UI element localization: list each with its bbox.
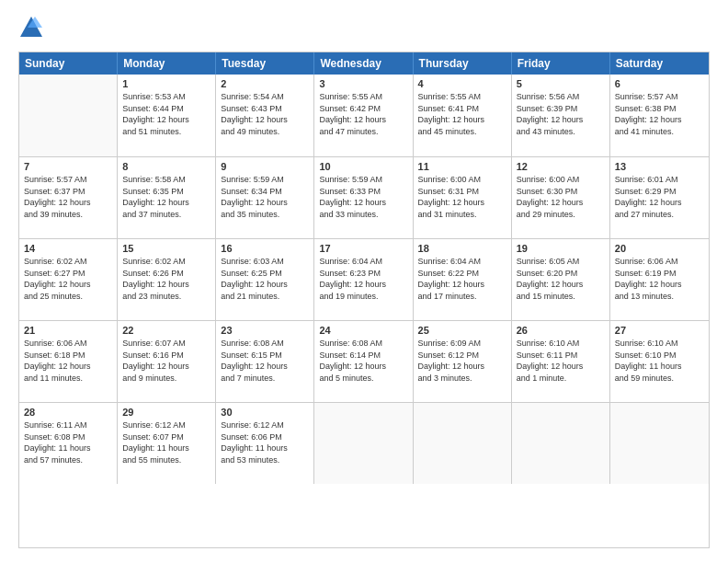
calendar-cell xyxy=(512,403,610,484)
calendar-cell: 4Sunrise: 5:55 AMSunset: 6:41 PMDaylight… xyxy=(414,75,512,156)
cell-info: Sunrise: 6:06 AMSunset: 6:19 PMDaylight:… xyxy=(615,256,704,302)
day-number: 30 xyxy=(221,407,309,418)
calendar-week: 1Sunrise: 5:53 AMSunset: 6:44 PMDaylight… xyxy=(19,75,709,156)
cell-info: Sunrise: 5:59 AMSunset: 6:33 PMDaylight:… xyxy=(319,174,407,220)
cell-info: Sunrise: 6:12 AMSunset: 6:07 PMDaylight:… xyxy=(122,419,210,465)
calendar-cell: 6Sunrise: 5:57 AMSunset: 6:38 PMDaylight… xyxy=(610,75,709,156)
cell-info: Sunrise: 6:10 AMSunset: 6:10 PMDaylight:… xyxy=(615,338,704,384)
cell-info: Sunrise: 6:02 AMSunset: 6:26 PMDaylight:… xyxy=(122,256,210,302)
day-number: 13 xyxy=(615,161,704,172)
calendar-cell: 28Sunrise: 6:11 AMSunset: 6:08 PMDayligh… xyxy=(19,403,118,484)
day-number: 11 xyxy=(418,161,506,172)
day-number: 17 xyxy=(319,243,407,254)
calendar-cell: 25Sunrise: 6:09 AMSunset: 6:12 PMDayligh… xyxy=(414,321,512,402)
header-day: Saturday xyxy=(610,52,709,75)
calendar-cell: 23Sunrise: 6:08 AMSunset: 6:15 PMDayligh… xyxy=(216,321,314,402)
cell-info: Sunrise: 5:57 AMSunset: 6:38 PMDaylight:… xyxy=(615,91,704,137)
calendar-cell: 12Sunrise: 6:00 AMSunset: 6:30 PMDayligh… xyxy=(512,157,610,238)
calendar-cell xyxy=(314,403,413,484)
day-number: 22 xyxy=(122,325,210,336)
calendar: SundayMondayTuesdayWednesdayThursdayFrid… xyxy=(18,52,710,548)
cell-info: Sunrise: 6:00 AMSunset: 6:30 PMDaylight:… xyxy=(517,174,605,220)
calendar-body: 1Sunrise: 5:53 AMSunset: 6:44 PMDaylight… xyxy=(19,75,709,484)
calendar-cell: 15Sunrise: 6:02 AMSunset: 6:26 PMDayligh… xyxy=(118,239,216,320)
calendar-cell: 26Sunrise: 6:10 AMSunset: 6:11 PMDayligh… xyxy=(512,321,610,402)
calendar-cell: 18Sunrise: 6:04 AMSunset: 6:22 PMDayligh… xyxy=(414,239,512,320)
calendar-cell: 5Sunrise: 5:56 AMSunset: 6:39 PMDaylight… xyxy=(512,75,610,156)
day-number: 9 xyxy=(221,161,309,172)
calendar-week: 21Sunrise: 6:06 AMSunset: 6:18 PMDayligh… xyxy=(19,320,709,402)
header-day: Tuesday xyxy=(216,52,314,75)
day-number: 8 xyxy=(122,161,210,172)
header-day: Friday xyxy=(512,52,610,75)
cell-info: Sunrise: 5:55 AMSunset: 6:41 PMDaylight:… xyxy=(418,91,506,137)
day-number: 7 xyxy=(24,161,112,172)
calendar-cell: 9Sunrise: 5:59 AMSunset: 6:34 PMDaylight… xyxy=(216,157,314,238)
day-number: 12 xyxy=(517,161,605,172)
day-number: 15 xyxy=(122,243,210,254)
calendar-cell: 30Sunrise: 6:12 AMSunset: 6:06 PMDayligh… xyxy=(216,403,314,484)
calendar-cell: 13Sunrise: 6:01 AMSunset: 6:29 PMDayligh… xyxy=(610,157,709,238)
cell-info: Sunrise: 6:06 AMSunset: 6:18 PMDaylight:… xyxy=(24,338,112,384)
header-day: Monday xyxy=(118,52,216,75)
cell-info: Sunrise: 6:04 AMSunset: 6:22 PMDaylight:… xyxy=(418,256,506,302)
day-number: 21 xyxy=(24,325,112,336)
cell-info: Sunrise: 5:57 AMSunset: 6:37 PMDaylight:… xyxy=(24,174,112,220)
calendar-header: SundayMondayTuesdayWednesdayThursdayFrid… xyxy=(19,52,709,75)
calendar-cell: 21Sunrise: 6:06 AMSunset: 6:18 PMDayligh… xyxy=(19,321,118,402)
header-day: Wednesday xyxy=(314,52,413,75)
calendar-cell: 2Sunrise: 5:54 AMSunset: 6:43 PMDaylight… xyxy=(216,75,314,156)
day-number: 1 xyxy=(122,78,210,89)
logo xyxy=(18,15,48,40)
header xyxy=(18,15,710,40)
day-number: 6 xyxy=(615,78,704,89)
cell-info: Sunrise: 6:01 AMSunset: 6:29 PMDaylight:… xyxy=(615,174,704,220)
calendar-cell: 27Sunrise: 6:10 AMSunset: 6:10 PMDayligh… xyxy=(610,321,709,402)
calendar-week: 7Sunrise: 5:57 AMSunset: 6:37 PMDaylight… xyxy=(19,156,709,238)
cell-info: Sunrise: 6:09 AMSunset: 6:12 PMDaylight:… xyxy=(418,338,506,384)
cell-info: Sunrise: 5:58 AMSunset: 6:35 PMDaylight:… xyxy=(122,174,210,220)
cell-info: Sunrise: 6:03 AMSunset: 6:25 PMDaylight:… xyxy=(221,256,309,302)
calendar-week: 14Sunrise: 6:02 AMSunset: 6:27 PMDayligh… xyxy=(19,238,709,320)
cell-info: Sunrise: 5:53 AMSunset: 6:44 PMDaylight:… xyxy=(122,91,210,137)
calendar-cell: 29Sunrise: 6:12 AMSunset: 6:07 PMDayligh… xyxy=(118,403,216,484)
cell-info: Sunrise: 5:59 AMSunset: 6:34 PMDaylight:… xyxy=(221,174,309,220)
calendar-cell: 22Sunrise: 6:07 AMSunset: 6:16 PMDayligh… xyxy=(118,321,216,402)
cell-info: Sunrise: 6:12 AMSunset: 6:06 PMDaylight:… xyxy=(221,419,309,465)
cell-info: Sunrise: 6:11 AMSunset: 6:08 PMDaylight:… xyxy=(24,419,112,465)
cell-info: Sunrise: 6:07 AMSunset: 6:16 PMDaylight:… xyxy=(122,338,210,384)
day-number: 23 xyxy=(221,325,309,336)
calendar-cell: 8Sunrise: 5:58 AMSunset: 6:35 PMDaylight… xyxy=(118,157,216,238)
calendar-cell xyxy=(19,75,118,156)
cell-info: Sunrise: 6:05 AMSunset: 6:20 PMDaylight:… xyxy=(517,256,605,302)
cell-info: Sunrise: 6:08 AMSunset: 6:14 PMDaylight:… xyxy=(319,338,407,384)
calendar-cell: 14Sunrise: 6:02 AMSunset: 6:27 PMDayligh… xyxy=(19,239,118,320)
day-number: 5 xyxy=(517,78,605,89)
cell-info: Sunrise: 5:54 AMSunset: 6:43 PMDaylight:… xyxy=(221,91,309,137)
cell-info: Sunrise: 6:02 AMSunset: 6:27 PMDaylight:… xyxy=(24,256,112,302)
cell-info: Sunrise: 5:55 AMSunset: 6:42 PMDaylight:… xyxy=(319,91,407,137)
page: SundayMondayTuesdayWednesdayThursdayFrid… xyxy=(0,0,728,563)
calendar-cell: 16Sunrise: 6:03 AMSunset: 6:25 PMDayligh… xyxy=(216,239,314,320)
day-number: 26 xyxy=(517,325,605,336)
day-number: 29 xyxy=(122,407,210,418)
cell-info: Sunrise: 5:56 AMSunset: 6:39 PMDaylight:… xyxy=(517,91,605,137)
day-number: 25 xyxy=(418,325,506,336)
calendar-cell: 20Sunrise: 6:06 AMSunset: 6:19 PMDayligh… xyxy=(610,239,709,320)
day-number: 20 xyxy=(615,243,704,254)
calendar-cell: 24Sunrise: 6:08 AMSunset: 6:14 PMDayligh… xyxy=(314,321,413,402)
cell-info: Sunrise: 6:10 AMSunset: 6:11 PMDaylight:… xyxy=(517,338,605,384)
calendar-week: 28Sunrise: 6:11 AMSunset: 6:08 PMDayligh… xyxy=(19,402,709,484)
day-number: 3 xyxy=(319,78,407,89)
calendar-cell: 19Sunrise: 6:05 AMSunset: 6:20 PMDayligh… xyxy=(512,239,610,320)
calendar-cell: 11Sunrise: 6:00 AMSunset: 6:31 PMDayligh… xyxy=(414,157,512,238)
header-day: Sunday xyxy=(19,52,118,75)
cell-info: Sunrise: 6:00 AMSunset: 6:31 PMDaylight:… xyxy=(418,174,506,220)
calendar-cell: 17Sunrise: 6:04 AMSunset: 6:23 PMDayligh… xyxy=(314,239,413,320)
day-number: 24 xyxy=(319,325,407,336)
day-number: 18 xyxy=(418,243,506,254)
day-number: 14 xyxy=(24,243,112,254)
calendar-cell xyxy=(414,403,512,484)
day-number: 10 xyxy=(319,161,407,172)
calendar-cell: 10Sunrise: 5:59 AMSunset: 6:33 PMDayligh… xyxy=(314,157,413,238)
